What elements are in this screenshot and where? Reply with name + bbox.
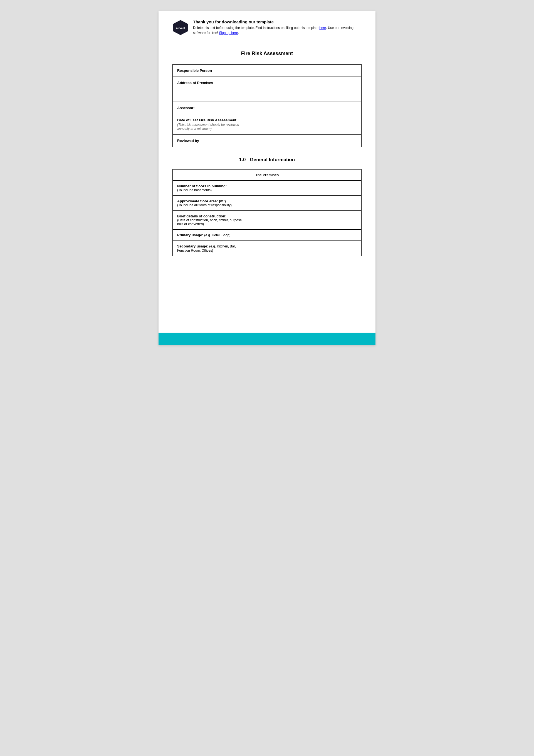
- table-cell-value: [252, 102, 362, 114]
- primary-usage-sublabel: (e.g. Hotel, Shop): [203, 233, 230, 237]
- table-cell-label: Secondary usage: (e.g. Kitchen, Bar, Fun…: [173, 241, 252, 256]
- header-title: Thank you for downloading our template: [193, 19, 362, 24]
- premises-header: The Premises: [173, 170, 362, 181]
- floors-label: Number of floors in building:: [177, 184, 227, 188]
- floors-sublabel: (To include basements): [177, 188, 247, 192]
- table-row: Number of floors in building: (To includ…: [173, 181, 362, 196]
- construction-sublabel: (Date of construction, brick, timber, pu…: [177, 218, 247, 226]
- table-cell-label: Reviewed by: [173, 135, 252, 147]
- table-cell-value: [252, 181, 362, 196]
- reviewed-label: Reviewed by: [177, 139, 199, 143]
- info-table: Responsible Person Address of Premises A…: [172, 64, 362, 147]
- header-text: Thank you for downloading our template D…: [193, 19, 362, 35]
- table-cell-value: [252, 77, 362, 102]
- table-cell-label: Brief details of construction: (Date of …: [173, 211, 252, 230]
- footer-bar: [159, 333, 375, 345]
- signup-link[interactable]: Sign up here: [219, 31, 238, 35]
- assessor-label: Assessor:: [177, 106, 195, 110]
- here-link[interactable]: here: [319, 26, 326, 30]
- logo-container: zervant: [172, 19, 189, 37]
- zervant-logo-icon: zervant: [172, 19, 189, 36]
- table-row: Reviewed by: [173, 135, 362, 147]
- date-label: Date of Last Fire Risk Assessment: [177, 118, 237, 122]
- page: zervant Thank you for downloading our te…: [159, 11, 375, 345]
- table-row: Primary usage: (e.g. Hotel, Shop): [173, 230, 362, 241]
- header-body-text3: .: [238, 31, 239, 35]
- table-cell-value: [252, 196, 362, 211]
- floor-area-label: Approximate floor area: (m²): [177, 199, 226, 203]
- table-cell-label: Responsible Person: [173, 65, 252, 77]
- table-cell-label: Date of Last Fire Risk Assessment (This …: [173, 114, 252, 135]
- date-sublabel: (This risk assessment should be reviewed…: [177, 123, 247, 130]
- address-label: Address of Premises: [177, 81, 213, 85]
- table-row: Responsible Person: [173, 65, 362, 77]
- table-row: Assessor:: [173, 102, 362, 114]
- table-row: Approximate floor area: (m²) (To include…: [173, 196, 362, 211]
- primary-usage-label: Primary usage:: [177, 233, 203, 237]
- premises-table: The Premises Number of floors in buildin…: [172, 169, 362, 256]
- table-cell-value: [252, 135, 362, 147]
- table-row: Brief details of construction: (Date of …: [173, 211, 362, 230]
- table-cell-label: Address of Premises: [173, 77, 252, 102]
- table-row: Secondary usage: (e.g. Kitchen, Bar, Fun…: [173, 241, 362, 256]
- table-row: Date of Last Fire Risk Assessment (This …: [173, 114, 362, 135]
- section1-title: 1.0 - General Information: [172, 157, 362, 163]
- secondary-usage-label: Secondary usage:: [177, 244, 208, 248]
- header-body-text1: Delete this text before using the templa…: [193, 26, 319, 30]
- doc-title: Fire Risk Assessment: [172, 51, 362, 57]
- construction-label: Brief details of construction:: [177, 214, 226, 218]
- table-row: The Premises: [173, 170, 362, 181]
- table-cell-value: [252, 230, 362, 241]
- table-cell-label: Number of floors in building: (To includ…: [173, 181, 252, 196]
- table-cell-label: Approximate floor area: (m²) (To include…: [173, 196, 252, 211]
- table-cell-label: Primary usage: (e.g. Hotel, Shop): [173, 230, 252, 241]
- responsible-person-label: Responsible Person: [177, 68, 212, 73]
- table-cell-value: [252, 114, 362, 135]
- table-cell-value: [252, 65, 362, 77]
- svg-text:zervant: zervant: [176, 27, 185, 30]
- main-content: Fire Risk Assessment Responsible Person …: [159, 42, 375, 264]
- header-body: Delete this text before using the templa…: [193, 25, 362, 35]
- table-cell-value: [252, 211, 362, 230]
- table-cell-value: [252, 241, 362, 256]
- floor-area-sublabel: (To include all floors of responsibility…: [177, 203, 247, 207]
- header-banner: zervant Thank you for downloading our te…: [159, 11, 375, 42]
- table-row: Address of Premises: [173, 77, 362, 102]
- table-cell-label: Assessor:: [173, 102, 252, 114]
